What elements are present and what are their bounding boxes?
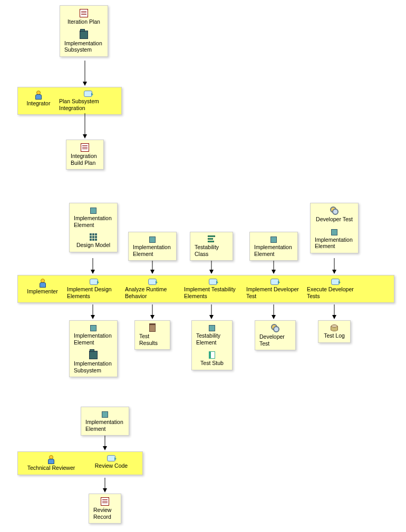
artifact: Implementation Element [83,409,127,433]
label: Test Stub [200,360,224,367]
task-execute-developer-tests: Execute Developer Tests [305,278,365,300]
svg-marker-23 [332,315,336,319]
svg-marker-25 [103,446,107,450]
element-icon [331,229,337,235]
label: Implementation Element [74,215,113,228]
svg-marker-3 [83,134,87,139]
label: Implementer [27,288,57,295]
element-icon [90,325,96,331]
activity-plan-subsystem-integration[interactable]: Integrator Plan Subsystem Integration [17,87,122,115]
label: Integrator [27,100,51,107]
label: Implement Developer Test [246,286,303,299]
label: Integration Build Plan [71,153,99,166]
person-icon [34,91,43,99]
artifact: Test Results [137,323,168,347]
svg-marker-27 [103,488,107,492]
artifact: Design Model [72,232,115,250]
activity-review-code[interactable]: Technical Reviewer Review Code [17,451,143,475]
input-node-review: Implementation Element [81,407,129,436]
task-analyze-runtime-behavior: Analyze Runtime Behavior [123,278,182,300]
document-icon [80,9,88,17]
activity-icon [90,279,98,285]
connector [82,61,88,87]
connector [149,304,156,320]
label: Test Results [139,333,166,346]
activity-icon [270,279,279,285]
connector [208,304,215,320]
svg-marker-7 [150,270,154,274]
person-icon [38,279,47,287]
connector [90,304,96,320]
label: Analyze Runtime Behavior [125,286,180,299]
label: Implementation Subsystem [74,360,113,373]
log-icon [331,325,338,331]
svg-marker-5 [91,270,95,274]
svg-marker-21 [272,315,276,319]
svg-marker-9 [209,270,214,274]
input-col-1: Implementation Element [128,232,177,261]
connector [102,478,108,494]
connector [331,258,337,275]
connector [270,261,277,275]
label: Technical Reviewer [27,465,75,471]
artifact: Developer Test [313,205,356,224]
artifact: Developer Test [257,323,293,348]
artifact: Testability Class [192,234,230,258]
connector [82,113,88,140]
label: Review Record [93,507,117,520]
label: Implement Testability Elements [184,286,242,299]
element-icon [102,411,108,418]
element-icon [270,237,277,243]
artifact: Implementation Element [131,234,174,258]
label: Implementation Element [133,244,172,257]
connector [149,261,156,275]
model-icon [90,233,97,241]
connector [102,436,108,451]
package-icon [89,351,98,359]
svg-marker-17 [150,315,154,319]
label: Implementation Element [254,244,293,257]
task-implement-design-elements: Implement Design Elements [65,278,123,300]
role-integrator: Integrator [20,90,57,108]
artifact: Implementation Element [72,323,115,347]
artifact: Testability Element [194,323,230,347]
artifact: Implementation Element [252,234,295,258]
class-icon [208,235,215,243]
task-implement-developer-test: Implement Developer Test [244,278,305,300]
artifact: Implementation Subsystem [72,350,115,375]
task-plan-subsystem-integration: Plan Subsystem Integration [57,90,119,112]
gears-icon [330,206,339,215]
role-technical-reviewer: Technical Reviewer [20,454,82,472]
artifact: Test Stub [194,350,230,368]
activity-icon [148,279,157,285]
label: Testability Element [196,332,228,346]
label: Test Log [324,332,345,339]
input-col-3: Implementation Element [249,232,298,261]
output-col-2: Testability Element Test Stub [191,320,233,370]
label: Implementation Subsystem [64,40,103,53]
label: Execute Developer Tests [307,286,363,299]
artifact: Implementation Element [313,227,356,251]
element-icon [149,237,156,243]
input-col-2: Testability Class [190,232,233,261]
output-node-build-plan: Integration Build Plan [66,140,104,170]
svg-marker-13 [332,270,336,274]
artifact-integration-build-plan: Integration Build Plan [69,142,101,167]
output-node-review-record: Review Record [89,494,121,524]
connector [270,304,277,320]
output-col-1: Test Results [134,320,170,350]
stub-icon [209,351,215,359]
connector [331,304,337,320]
activity-lane-implementer[interactable]: Implementer Implement Design Elements An… [17,275,394,303]
task-implement-testability-elements: Implement Testability Elements [182,278,244,300]
document-icon [81,143,89,152]
package-icon [80,31,88,39]
output-col-3: Developer Test [255,320,296,350]
label: Testability Class [195,244,228,257]
connector [208,261,215,275]
label: Developer Test [316,216,353,223]
artifact: Test Log [321,323,348,340]
connector [90,258,96,275]
label: Review Code [95,462,128,469]
input-col-4: Developer Test Implementation Element [310,203,359,253]
